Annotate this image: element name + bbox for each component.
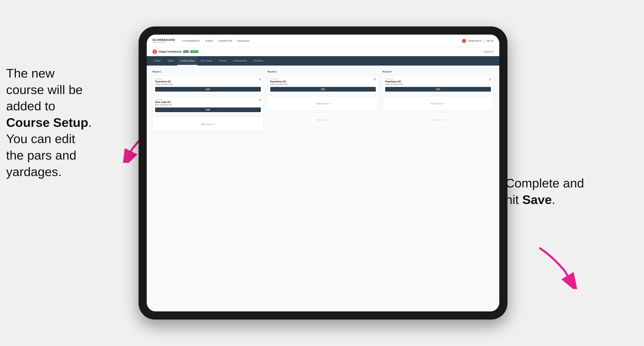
- cancel-button[interactable]: Cancel ✕: [484, 50, 494, 53]
- round3-add-course-button[interactable]: Add Course +: [382, 96, 494, 111]
- tablet-device: SCOREBOARD Powered by clippd TOURNAMENTS…: [138, 26, 508, 320]
- round3-course-a-edit-button[interactable]: Edit: [385, 87, 491, 92]
- round1-course-b-name: East Lake GC: [155, 101, 261, 104]
- round1-course-b-edit-button[interactable]: Edit: [155, 107, 261, 112]
- round1-course-b-label: (Course B): [155, 99, 261, 100]
- sign-out-link[interactable]: Sign out: [486, 40, 494, 42]
- tournament-bar: C Clippd Invitational Men Hosting Cancel…: [147, 47, 499, 56]
- round-1-label: Round 1: [152, 70, 264, 73]
- round1-course-b-delete-button[interactable]: ⊟: [258, 98, 262, 101]
- close-icon: ✕: [492, 50, 494, 53]
- round2-course-a-delete-button[interactable]: ⊟: [373, 78, 376, 81]
- nav-right: blair@clippd.io | Sign out: [462, 39, 494, 43]
- round2-course-a-card: ⊟ (Course A) Peachtree GC Yellow (M) (66…: [268, 76, 379, 94]
- round1-course-a-tee: Yellow (M) (6629 yds): [155, 83, 261, 85]
- round1-course-a-edit-button[interactable]: Edit: [155, 87, 261, 92]
- round-1-column: Round 1 ⊟ (Course A) Peachtree GC Yellow…: [152, 70, 264, 131]
- round3-add-course-label-2: Add Course +: [431, 118, 445, 121]
- tab-tee-groups[interactable]: Tee Groups: [198, 56, 216, 66]
- nav-link-teams[interactable]: TEAMS: [205, 40, 213, 42]
- top-nav: SCOREBOARD Powered by clippd TOURNAMENTS…: [147, 35, 499, 47]
- round3-add-course-button-2: Add Course +: [382, 113, 494, 127]
- tab-results[interactable]: Results: [216, 56, 230, 66]
- tournament-info: C Clippd Invitational Men Hosting: [152, 49, 198, 54]
- round1-course-a-delete-button[interactable]: ⊟: [258, 78, 262, 81]
- tab-teams[interactable]: Teams: [164, 56, 177, 66]
- round2-add-course-label-2: Add Course +: [316, 118, 330, 121]
- round3-course-a-name: Peachtree GC: [385, 80, 491, 83]
- round3-course-a-label: (Course A): [385, 78, 491, 80]
- gender-badge: Men: [183, 50, 189, 53]
- round3-course-a-card: ⊟ (Course A) Peachtree GC Yellow (M) (66…: [382, 76, 494, 94]
- nav-left: SCOREBOARD Powered by clippd TOURNAMENTS…: [152, 38, 250, 43]
- round1-course-a-card: ⊟ (Course A) Peachtree GC Yellow (M) (66…: [152, 76, 264, 94]
- scoreboard-logo: SCOREBOARD Powered by clippd: [152, 38, 175, 43]
- round1-add-course-label: Add Course +: [201, 122, 215, 126]
- round2-add-course-button-2: Add Course +: [268, 113, 379, 127]
- hosting-badge: Hosting: [190, 50, 198, 53]
- nav-link-rankings[interactable]: RANKINGS: [237, 40, 250, 42]
- round2-add-course-button[interactable]: Add Course +: [268, 96, 379, 111]
- tab-course-setup[interactable]: Course Setup: [177, 56, 198, 66]
- round1-course-a-label: (Course A): [155, 78, 261, 80]
- tournament-name: Clippd Invitational: [158, 50, 182, 53]
- round1-course-b-tee: Black (M) (6891 yds): [155, 104, 261, 106]
- round-2-column: Round 2 ⊟ (Course A) Peachtree GC Yellow…: [268, 70, 379, 131]
- c-logo: C: [152, 49, 157, 54]
- nav-link-tournaments[interactable]: TOURNAMENTS: [182, 40, 200, 42]
- round3-course-a-tee: Yellow (M) (6629 yds): [385, 83, 491, 85]
- tab-printables[interactable]: Printables: [250, 56, 266, 66]
- tab-bar: Details Teams Course Setup Tee Groups Re…: [147, 56, 499, 66]
- nav-separator: |: [484, 40, 484, 42]
- nav-link-committee[interactable]: COMMITTEE: [218, 40, 232, 42]
- logo-sub: Powered by clippd: [152, 41, 175, 43]
- round2-course-a-label: (Course A): [270, 78, 376, 80]
- round3-add-course-label: Add Course +: [431, 102, 445, 105]
- round-3-column: Round 3 ⊟ (Course A) Peachtree GC Yellow…: [382, 70, 494, 131]
- right-annotation: Complete and hit Save.: [506, 175, 612, 208]
- round-3-label: Round 3: [382, 70, 494, 73]
- tablet-screen: SCOREBOARD Powered by clippd TOURNAMENTS…: [147, 35, 499, 311]
- tab-leaderboards[interactable]: Leaderboards: [230, 56, 250, 66]
- logo-title: SCOREBOARD: [152, 38, 175, 41]
- round2-course-a-name: Peachtree GC: [270, 80, 376, 83]
- round1-course-b-card: ⊟ (Course B) East Lake GC Black (M) (689…: [152, 96, 264, 115]
- main-content: Round 1 ⊟ (Course A) Peachtree GC Yellow…: [147, 66, 499, 311]
- round1-add-course-button[interactable]: Add Course +: [152, 117, 264, 131]
- arrow-right-icon: [536, 244, 581, 289]
- round2-course-a-edit-button[interactable]: Edit: [270, 87, 376, 92]
- round3-course-a-delete-button[interactable]: ⊟: [488, 78, 492, 81]
- rounds-grid: Round 1 ⊟ (Course A) Peachtree GC Yellow…: [152, 70, 494, 131]
- round2-add-course-label: Add Course +: [316, 102, 330, 105]
- tab-details[interactable]: Details: [151, 56, 164, 66]
- nav-links: TOURNAMENTS TEAMS COMMITTEE RANKINGS: [182, 40, 250, 42]
- round1-course-a-name: Peachtree GC: [155, 80, 261, 83]
- user-email: blair@clippd.io: [468, 40, 482, 42]
- round2-course-a-tee: Yellow (M) (6629 yds): [270, 83, 376, 85]
- user-avatar: [462, 39, 466, 43]
- round-2-label: Round 2: [268, 70, 379, 73]
